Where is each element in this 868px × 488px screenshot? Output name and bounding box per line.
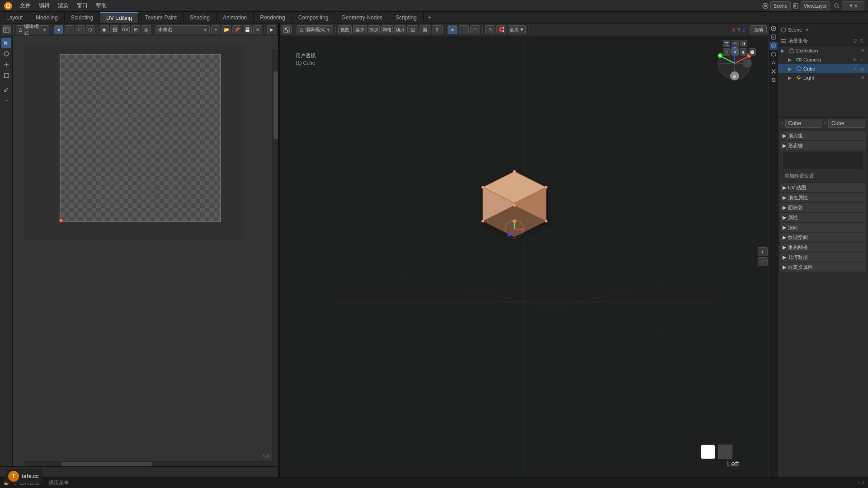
props-scene-label[interactable]: Scene	[788, 27, 802, 33]
geometry-data-header[interactable]: ▶ 几何数据	[780, 253, 866, 262]
uv-tool-rotate[interactable]	[1, 49, 11, 59]
shape-keys-header[interactable]: ▶ 形态键	[780, 141, 866, 150]
vertex-colors-header[interactable]: ▶ 顶色属性	[780, 193, 866, 202]
vp-solid-mode[interactable]: ●	[731, 48, 739, 56]
scene-selector[interactable]: Scene	[770, 1, 791, 10]
vp-mesh-btn[interactable]: 网格	[381, 25, 393, 34]
tab-modeling[interactable]: Modeling	[29, 12, 65, 23]
uv-edit-mode-selector[interactable]: 编辑模式 ▼	[16, 25, 49, 34]
blender-logo[interactable]	[4, 1, 13, 10]
add-shape-key-btn[interactable]: 添加静置位置	[783, 171, 863, 180]
tab-animation[interactable]: Animation	[217, 12, 254, 23]
uv-tool-select[interactable]	[1, 38, 11, 48]
menu-edit[interactable]: 编辑	[35, 1, 53, 10]
outliner-search[interactable]	[859, 38, 865, 44]
uv-tool-scale[interactable]	[1, 60, 11, 70]
tab-scripting[interactable]: Scripting	[389, 12, 424, 23]
outliner-row-cube[interactable]: ▶ Cube 👁 ◉	[778, 64, 868, 73]
vp-face-btn[interactable]: 面	[420, 25, 430, 34]
vp-edge-btn[interactable]: 边	[407, 25, 418, 34]
uv-vertical-scrollbar[interactable]	[273, 49, 278, 466]
transform-gizmo[interactable]	[501, 216, 528, 244]
tab-texture-paint[interactable]: Texture Paint	[139, 12, 184, 23]
vp-wireframe-mode[interactable]: ⬡	[723, 48, 730, 56]
vp-select-btn[interactable]: 选择	[353, 25, 367, 34]
uv-btn-image[interactable]: 🖼	[110, 25, 119, 34]
tab-uv-editing[interactable]: UV Editing	[100, 12, 139, 23]
tab-layout[interactable]: Layout	[0, 12, 29, 23]
props-object-data-icon[interactable]	[769, 42, 778, 50]
uv-editor-type-btn[interactable]	[2, 25, 11, 34]
outliner-camera-vis[interactable]: 👁	[853, 57, 857, 62]
uv-select-mode-vertex[interactable]: ●	[54, 25, 63, 34]
vp-proportional[interactable]: ⊙	[485, 25, 495, 34]
uv-close[interactable]: ✕	[253, 25, 262, 34]
outliner-camera-hide[interactable]: ○	[859, 56, 865, 63]
vp-xray-toggle[interactable]: ◑	[740, 40, 747, 47]
tab-geometry-nodes[interactable]: Geometry Nodes	[335, 12, 389, 23]
vp-zoom-out[interactable]: -	[758, 257, 768, 266]
uv-pin[interactable]: 📌	[232, 25, 241, 34]
normals-header[interactable]: ▶ 法向	[780, 223, 866, 232]
search-icon[interactable]	[834, 3, 840, 9]
uv-canvas[interactable]: 1/8	[13, 36, 278, 477]
menu-window[interactable]: 窗口	[73, 1, 91, 10]
vp-vertex-btn[interactable]: 顶点	[394, 25, 406, 34]
remesh-header[interactable]: ▶ 重构网格	[780, 243, 866, 252]
add-workspace-tab[interactable]: +	[424, 12, 436, 23]
vp-zoom-in[interactable]: +	[758, 247, 768, 256]
vp-render-mode[interactable]: ⬤	[749, 48, 756, 56]
uv-btn-select[interactable]: ▣	[100, 25, 109, 34]
uv-select-mode-face[interactable]: □	[75, 25, 85, 34]
custom-props-header[interactable]: ▶ 自定义属性	[780, 263, 866, 272]
outliner-row-light[interactable]: ▶ Light 👁	[778, 73, 868, 82]
props-scene-icon[interactable]	[769, 24, 778, 33]
uv-tool-transform[interactable]	[1, 70, 11, 80]
object-name-field[interactable]: Cube	[785, 119, 822, 128]
attributes-header[interactable]: ▶ 属性	[780, 213, 866, 222]
face-maps-header[interactable]: ▶ 面映射	[780, 203, 866, 212]
props-particles-icon[interactable]	[769, 67, 778, 75]
uv-horizontal-scrollbar[interactable]	[25, 461, 278, 466]
menu-help[interactable]: 帮助	[92, 1, 110, 10]
tab-compositing[interactable]: Compositing	[292, 12, 335, 23]
outliner-light-vis[interactable]: 👁	[861, 75, 865, 80]
outliner-visibility[interactable]: 👁	[861, 48, 865, 53]
viewport-edit-mode-selector[interactable]: 编辑模式 ▼	[297, 25, 333, 34]
outliner-row-camera[interactable]: ▶ Camera 👁 ○	[778, 55, 868, 64]
props-object-icon[interactable]	[769, 50, 778, 58]
outliner-cube-vis[interactable]: 👁	[853, 66, 857, 71]
outliner-cube-select[interactable]: ◉	[859, 66, 865, 72]
texture-space-header[interactable]: ▶ 纹理空间	[780, 233, 866, 242]
tab-shading[interactable]: Shading	[184, 12, 217, 23]
viewport-type-btn[interactable]	[282, 25, 292, 34]
menu-render[interactable]: 渲染	[54, 1, 72, 10]
vp-edge-mode[interactable]: —	[459, 25, 469, 34]
vp-overlay-toggle[interactable]: ◎	[731, 40, 739, 47]
tab-sculpting[interactable]: Sculpting	[65, 12, 100, 23]
outliner-row-collection[interactable]: ▶ Collection 👁	[778, 46, 868, 55]
uv-select-mode-island[interactable]: ⬡	[86, 25, 95, 34]
vp-select-mode[interactable]: 选项	[750, 25, 767, 34]
menu-file[interactable]: 文件	[16, 1, 34, 10]
uv-maps-header[interactable]: ▶ UV 贴图	[780, 183, 866, 192]
props-render-icon[interactable]	[769, 33, 778, 41]
uv-btn-uv[interactable]: UV	[121, 25, 130, 34]
vp-uv-btn[interactable]: X	[432, 25, 443, 34]
vp-add-btn[interactable]: 添加	[368, 25, 380, 34]
vp-snap[interactable]: 🧲	[496, 25, 506, 34]
renderlayer-selector[interactable]: ViewLayer	[801, 1, 830, 10]
uv-new-image[interactable]: +	[211, 25, 220, 34]
viewport-3d-view[interactable]: 前 X Y	[280, 36, 769, 477]
uv-tool-annotate[interactable]	[1, 85, 11, 95]
vp-global-local[interactable]: 全局 ▼	[508, 25, 526, 34]
vertex-groups-header[interactable]: ▶ 顶点组	[780, 131, 866, 140]
vp-material-mode[interactable]: ◐	[740, 48, 747, 56]
uv-tool-stitch[interactable]	[1, 96, 11, 106]
image-name-field[interactable]: 未命名 ▼	[156, 25, 210, 34]
uv-open-image[interactable]: 📂	[222, 25, 231, 34]
uv-btn-overlay[interactable]: ◎	[142, 25, 151, 34]
outliner-filter[interactable]	[852, 38, 858, 44]
vp-view-btn[interactable]: 视图	[338, 25, 352, 34]
uv-save[interactable]: 💾	[243, 25, 252, 34]
